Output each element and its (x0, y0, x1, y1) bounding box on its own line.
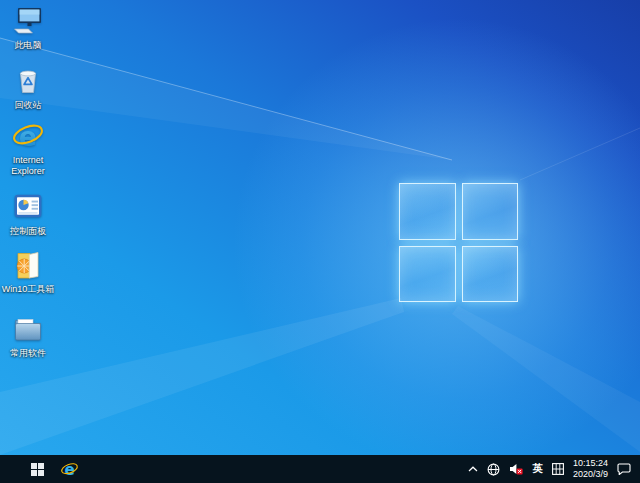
internet-explorer-taskbar-icon: e (60, 460, 79, 479)
desktop-icon-label: 此电脑 (15, 40, 42, 51)
desktop-icon-this-pc[interactable]: 此电脑 (0, 4, 56, 51)
desktop-icon-label: 回收站 (15, 100, 42, 111)
wallpaper-light-rays (0, 0, 640, 455)
windows-logo-pane (399, 246, 456, 303)
taskbar-app-internet-explorer[interactable]: e (55, 455, 84, 483)
start-button[interactable] (26, 455, 49, 483)
action-center-icon[interactable] (617, 463, 631, 475)
windows-logo (399, 183, 518, 302)
internet-explorer-icon: e (11, 119, 45, 153)
desktop-icon-internet-explorer[interactable]: e Internet Explorer (0, 119, 56, 176)
network-globe-icon[interactable] (487, 463, 500, 476)
windows-logo-pane (399, 183, 456, 240)
taskbar-clock[interactable]: 10:15:24 2020/3/9 (573, 458, 608, 481)
tray-chevron-up-icon[interactable] (468, 466, 478, 472)
clock-date: 2020/3/9 (573, 469, 608, 480)
desktop-icon-recycle-bin[interactable]: 回收站 (0, 64, 56, 111)
clock-time: 10:15:24 (573, 458, 608, 469)
desktop-icon-control-panel[interactable]: 控制面板 (0, 190, 56, 237)
desktop-icon-label: 控制面板 (10, 226, 46, 237)
windows-logo-pane (462, 183, 519, 240)
control-panel-icon (11, 190, 45, 224)
ime-language-indicator[interactable]: 英 (532, 462, 543, 476)
recycle-bin-icon (11, 64, 45, 98)
start-windows-icon (31, 463, 44, 476)
desktop-icon-label: Win10工具箱 (2, 284, 55, 295)
desktop-icon-label: 常用软件 (10, 348, 46, 359)
ime-grid-icon[interactable] (552, 463, 564, 475)
win10-toolbox-icon (11, 248, 45, 282)
desktop-wallpaper: 此电脑 回收站 e Internet Explorer (0, 0, 640, 455)
this-pc-icon (11, 4, 45, 38)
desktop-icon-win10-toolbox[interactable]: Win10工具箱 (0, 248, 56, 295)
system-tray: 英 10:15:24 2020/3/9 (468, 455, 640, 483)
desktop-icon-label: Internet Explorer (0, 155, 56, 176)
desktop-icon-common-software[interactable]: 常用软件 (0, 312, 56, 359)
volume-muted-icon[interactable] (509, 463, 523, 475)
common-software-icon (11, 312, 45, 346)
taskbar: e 英 (0, 455, 640, 483)
windows-logo-pane (462, 246, 519, 303)
